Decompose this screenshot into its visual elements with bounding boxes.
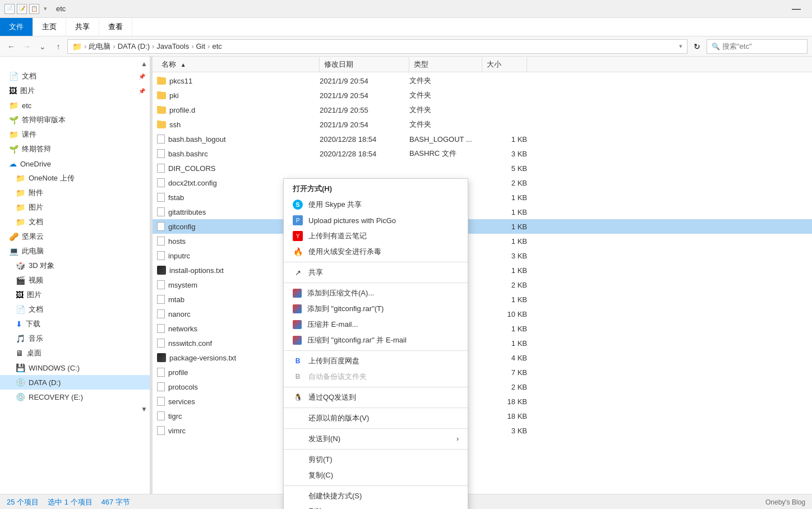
sidebar-item-pics[interactable]: 🖼 图片 📌 bbox=[0, 84, 150, 98]
close-button[interactable]: — bbox=[785, 2, 808, 16]
address-path[interactable]: 📁 › 此电脑 › DATA (D:) › JavaTools › Git › … bbox=[67, 39, 688, 54]
table-row[interactable]: hosts 1 KB bbox=[153, 234, 812, 248]
table-row[interactable]: nsswitch.conf 1 KB bbox=[153, 336, 812, 350]
ctx-item-zipmail[interactable]: 压缩并 E-mail... bbox=[284, 317, 468, 332]
table-row[interactable]: profile 7 KB bbox=[153, 365, 812, 380]
sidebar-item-etc[interactable]: 📁 etc bbox=[0, 98, 150, 113]
ctx-item-youdao[interactable]: Y 上传到有道云笔记 bbox=[284, 228, 468, 244]
search-box[interactable]: 🔍 bbox=[707, 39, 808, 54]
drive-e-icon: 💿 bbox=[16, 392, 25, 401]
table-row[interactable]: pki 2021/1/9 20:54 文件夹 bbox=[153, 88, 812, 103]
zip-icon-3 bbox=[293, 320, 302, 329]
path-etc[interactable]: etc bbox=[212, 42, 222, 50]
ctx-item-restore[interactable]: 还原以前的版本(V) bbox=[284, 410, 468, 426]
tab-home[interactable]: 主页 bbox=[33, 18, 66, 36]
table-row[interactable]: install-options.txt 1 KB bbox=[153, 263, 812, 277]
recent-button[interactable]: ⌄ bbox=[36, 40, 49, 53]
sidebar-item-windows-c[interactable]: 💾 WINDOWS (C:) bbox=[0, 360, 150, 375]
sidebar-item-jianguoyun[interactable]: 🥜 坚果云 bbox=[0, 229, 150, 244]
back-button[interactable]: ← bbox=[4, 40, 18, 53]
search-input[interactable] bbox=[722, 42, 802, 50]
sidebar-item-desktop[interactable]: 🖥 桌面 bbox=[0, 346, 150, 360]
table-row[interactable]: msystem 2 KB bbox=[153, 277, 812, 292]
table-row-gitconfig[interactable]: gitconfig 1 KB bbox=[153, 219, 812, 234]
path-javatools[interactable]: JavaTools bbox=[156, 42, 189, 50]
ctx-item-skype[interactable]: S 使用 Skype 共享 bbox=[284, 197, 468, 212]
sidebar-item-final[interactable]: 🌱 终期答辩 bbox=[0, 142, 150, 156]
sidebar-scroll-up[interactable]: ▲ bbox=[141, 60, 147, 68]
col-header-type[interactable]: 类型 bbox=[409, 57, 482, 72]
path-git[interactable]: Git bbox=[196, 42, 205, 50]
sidebar-item-data-d[interactable]: 💿 DATA (D:) bbox=[0, 375, 150, 390]
col-header-size[interactable]: 大小 bbox=[482, 57, 527, 72]
table-row[interactable]: fstab 1 KB bbox=[153, 190, 812, 205]
refresh-button[interactable]: ↻ bbox=[690, 39, 704, 54]
table-row[interactable]: networks 1 KB bbox=[153, 321, 812, 336]
sidebar-item-download[interactable]: ⬇ 下载 bbox=[0, 317, 150, 331]
sidebar-item-attachments[interactable]: 📁 附件 bbox=[0, 186, 150, 200]
path-data[interactable]: DATA (D:) bbox=[118, 42, 150, 50]
ctx-divider-5 bbox=[284, 408, 468, 408]
sidebar-item-3d[interactable]: 🎲 3D 对象 bbox=[0, 258, 150, 273]
table-row[interactable]: mtab 1 KB bbox=[153, 292, 812, 307]
sidebar-item-documents[interactable]: 📁 文档 bbox=[0, 215, 150, 229]
table-row[interactable]: nanorc 10 KB bbox=[153, 307, 812, 321]
col-header-date[interactable]: 修改日期 bbox=[320, 57, 409, 72]
tab-share[interactable]: 共享 bbox=[66, 18, 99, 36]
table-row[interactable]: inputrc 3 KB bbox=[153, 248, 812, 263]
table-row[interactable]: package-versions.txt 4 KB bbox=[153, 350, 812, 365]
ctx-item-share[interactable]: ↗ 共享 bbox=[284, 265, 468, 280]
table-row[interactable]: ssh 2021/1/9 20:54 文件夹 bbox=[153, 117, 812, 132]
ctx-item-zipraremail[interactable]: 压缩到 "gitconfig.rar" 并 E-mail bbox=[284, 332, 468, 348]
table-row[interactable]: gitattributes 1 KB bbox=[153, 205, 812, 219]
sidebar-item-onedrive[interactable]: ☁ OneDrive bbox=[0, 156, 150, 171]
table-row[interactable]: tigrc 18 KB bbox=[153, 409, 812, 423]
ribbon: 文件 主页 共享 查看 bbox=[0, 18, 812, 36]
desktop-icon: 🖥 bbox=[16, 349, 24, 358]
ctx-item-addzip[interactable]: 添加到压缩文件(A)... bbox=[284, 285, 468, 301]
table-row[interactable]: docx2txt.config figurati... 2 KB bbox=[153, 175, 812, 190]
thesis-icon: 🌱 bbox=[9, 115, 19, 124]
sidebar-item-thesis[interactable]: 🌱 答辩明审版本 bbox=[0, 113, 150, 127]
ctx-item-cut[interactable]: 剪切(T) bbox=[284, 452, 468, 468]
ctx-item-huorong[interactable]: 🔥 使用火绒安全进行杀毒 bbox=[284, 244, 468, 260]
sendto-icon bbox=[293, 434, 303, 444]
ctx-divider-3 bbox=[284, 350, 468, 351]
sidebar-item-docs[interactable]: 📄 文档 📌 bbox=[0, 69, 150, 84]
sidebar-item-doc2[interactable]: 📄 文档 bbox=[0, 302, 150, 317]
table-row[interactable]: bash.bash_logout 2020/12/28 18:54 BASH_L… bbox=[153, 132, 812, 146]
sidebar-item-onenote[interactable]: 📁 OneNote 上传 bbox=[0, 171, 150, 186]
ctx-item-picgo[interactable]: P Upload pictures with PicGo bbox=[284, 212, 468, 228]
path-thispc[interactable]: 此电脑 bbox=[89, 41, 110, 52]
music-icon: 🎵 bbox=[16, 334, 25, 343]
sidebar-item-recovery-e[interactable]: 💿 RECOVERY (E:) bbox=[0, 390, 150, 404]
ctx-item-baidu[interactable]: B 上传到百度网盘 bbox=[284, 353, 468, 369]
tab-view[interactable]: 查看 bbox=[99, 18, 132, 36]
sidebar-item-pictures[interactable]: 📁 图片 bbox=[0, 200, 150, 215]
sidebar-item-video[interactable]: 🎬 视频 bbox=[0, 273, 150, 288]
ctx-item-qq[interactable]: 🐧 通过QQ发送到 bbox=[284, 390, 468, 405]
table-row[interactable]: DIR_COLORS 5 KB bbox=[153, 161, 812, 175]
folder-icon-etc: 📁 bbox=[9, 101, 19, 110]
table-row[interactable]: bash.bashrc 2020/12/28 18:54 BASHRC 文件 3… bbox=[153, 146, 812, 161]
sidebar-scroll-down[interactable]: ▼ bbox=[141, 405, 147, 413]
ctx-item-sendto[interactable]: 发送到(N) › bbox=[284, 431, 468, 447]
table-row[interactable]: vimrc 3 KB bbox=[153, 423, 812, 438]
sidebar-item-music[interactable]: 🎵 音乐 bbox=[0, 331, 150, 346]
sidebar-item-courseware[interactable]: 📁 课件 bbox=[0, 127, 150, 142]
sidebar-item-pic2[interactable]: 🖼 图片 bbox=[0, 288, 150, 302]
table-row[interactable]: protocols 2 KB bbox=[153, 380, 812, 394]
table-row[interactable]: profile.d 2021/1/9 20:55 文件夹 bbox=[153, 103, 812, 117]
ctx-item-shortcut[interactable]: 创建快捷方式(S) bbox=[284, 488, 468, 504]
ctx-item-delete[interactable]: 删除(D) bbox=[284, 504, 468, 509]
table-row[interactable]: pkcs11 2021/1/9 20:54 文件夹 bbox=[153, 73, 812, 88]
forward-button[interactable]: → bbox=[20, 40, 34, 53]
ctx-item-addrar[interactable]: 添加到 "gitconfig.rar"(T) bbox=[284, 301, 468, 317]
tab-file[interactable]: 文件 bbox=[0, 18, 33, 36]
col-header-name[interactable]: 名称 ▲ bbox=[157, 57, 320, 72]
up-button[interactable]: ↑ bbox=[52, 40, 65, 53]
table-row[interactable]: services 18 KB bbox=[153, 394, 812, 409]
sidebar-item-thispc[interactable]: 💻 此电脑 bbox=[0, 244, 150, 258]
picgo-icon: P bbox=[293, 215, 303, 225]
ctx-item-copy[interactable]: 复制(C) bbox=[284, 468, 468, 483]
